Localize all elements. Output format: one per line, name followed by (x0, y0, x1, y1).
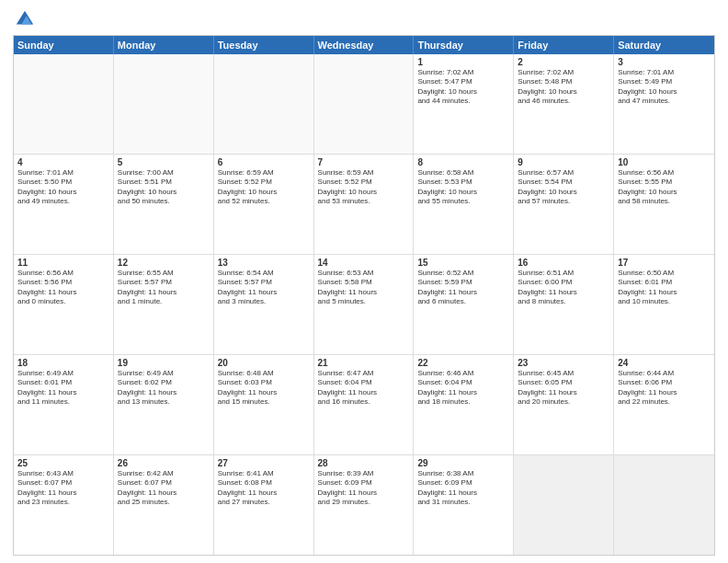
day-cell-23: 23Sunrise: 6:45 AM Sunset: 6:05 PM Dayli… (514, 355, 614, 454)
header-day-wednesday: Wednesday (314, 36, 415, 54)
day-cell-6: 6Sunrise: 6:59 AM Sunset: 5:52 PM Daylig… (214, 155, 314, 254)
calendar-week-4: 25Sunrise: 6:43 AM Sunset: 6:07 PM Dayli… (14, 455, 714, 555)
day-info: Sunrise: 6:38 AM Sunset: 6:09 PM Dayligh… (417, 469, 509, 508)
day-number: 12 (118, 258, 210, 268)
day-cell-10: 10Sunrise: 6:56 AM Sunset: 5:55 PM Dayli… (614, 155, 714, 254)
header-day-sunday: Sunday (14, 36, 114, 54)
page: SundayMondayTuesdayWednesdayThursdayFrid… (0, 0, 728, 563)
day-info: Sunrise: 6:59 AM Sunset: 5:52 PM Dayligh… (218, 168, 310, 207)
day-info: Sunrise: 6:50 AM Sunset: 6:01 PM Dayligh… (618, 269, 711, 307)
day-number: 10 (618, 157, 711, 167)
day-cell-26: 26Sunrise: 6:42 AM Sunset: 6:07 PM Dayli… (114, 455, 214, 555)
day-cell-3: 3Sunrise: 7:01 AM Sunset: 5:49 PM Daylig… (614, 54, 714, 154)
day-info: Sunrise: 6:45 AM Sunset: 6:05 PM Dayligh… (518, 369, 609, 408)
day-number: 9 (518, 157, 609, 167)
calendar-body: 1Sunrise: 7:02 AM Sunset: 5:47 PM Daylig… (14, 54, 714, 555)
day-number: 18 (17, 358, 109, 368)
day-cell-27: 27Sunrise: 6:41 AM Sunset: 6:08 PM Dayli… (214, 455, 314, 555)
logo (13, 9, 35, 29)
day-info: Sunrise: 7:01 AM Sunset: 5:49 PM Dayligh… (618, 68, 711, 107)
day-number: 8 (417, 157, 509, 167)
header-day-friday: Friday (514, 36, 614, 54)
day-info: Sunrise: 6:59 AM Sunset: 5:52 PM Dayligh… (318, 168, 410, 207)
day-number: 29 (417, 458, 509, 468)
empty-cell (614, 455, 714, 555)
day-info: Sunrise: 7:02 AM Sunset: 5:47 PM Dayligh… (417, 68, 509, 107)
day-number: 14 (318, 258, 410, 268)
day-info: Sunrise: 6:58 AM Sunset: 5:53 PM Dayligh… (417, 168, 509, 207)
empty-cell (14, 54, 114, 154)
day-info: Sunrise: 6:49 AM Sunset: 6:02 PM Dayligh… (118, 369, 210, 408)
day-info: Sunrise: 6:54 AM Sunset: 5:57 PM Dayligh… (218, 269, 310, 307)
day-number: 6 (218, 157, 310, 167)
day-cell-19: 19Sunrise: 6:49 AM Sunset: 6:02 PM Dayli… (114, 355, 214, 454)
day-number: 3 (618, 57, 711, 67)
day-cell-20: 20Sunrise: 6:48 AM Sunset: 6:03 PM Dayli… (214, 355, 314, 454)
day-info: Sunrise: 6:46 AM Sunset: 6:04 PM Dayligh… (417, 369, 509, 408)
day-cell-17: 17Sunrise: 6:50 AM Sunset: 6:01 PM Dayli… (614, 255, 714, 354)
day-cell-8: 8Sunrise: 6:58 AM Sunset: 5:53 PM Daylig… (414, 155, 514, 254)
day-number: 25 (17, 458, 109, 468)
day-number: 20 (218, 358, 310, 368)
day-cell-14: 14Sunrise: 6:53 AM Sunset: 5:58 PM Dayli… (314, 255, 415, 354)
day-info: Sunrise: 6:47 AM Sunset: 6:04 PM Dayligh… (318, 369, 410, 408)
calendar-week-0: 1Sunrise: 7:02 AM Sunset: 5:47 PM Daylig… (14, 54, 714, 155)
day-number: 24 (618, 358, 711, 368)
empty-cell (314, 54, 415, 154)
day-cell-15: 15Sunrise: 6:52 AM Sunset: 5:59 PM Dayli… (414, 255, 514, 354)
day-cell-11: 11Sunrise: 6:56 AM Sunset: 5:56 PM Dayli… (14, 255, 114, 354)
day-info: Sunrise: 7:00 AM Sunset: 5:51 PM Dayligh… (118, 168, 210, 207)
header-day-monday: Monday (114, 36, 214, 54)
day-info: Sunrise: 6:55 AM Sunset: 5:57 PM Dayligh… (118, 269, 210, 307)
day-number: 13 (218, 258, 310, 268)
day-number: 26 (118, 458, 210, 468)
day-info: Sunrise: 6:53 AM Sunset: 5:58 PM Dayligh… (318, 269, 410, 307)
header-day-saturday: Saturday (614, 36, 714, 54)
day-cell-5: 5Sunrise: 7:00 AM Sunset: 5:51 PM Daylig… (114, 155, 214, 254)
day-cell-7: 7Sunrise: 6:59 AM Sunset: 5:52 PM Daylig… (314, 155, 415, 254)
day-info: Sunrise: 6:57 AM Sunset: 5:54 PM Dayligh… (518, 168, 609, 207)
day-cell-21: 21Sunrise: 6:47 AM Sunset: 6:04 PM Dayli… (314, 355, 415, 454)
header-day-tuesday: Tuesday (214, 36, 314, 54)
day-number: 11 (17, 258, 109, 268)
day-info: Sunrise: 7:02 AM Sunset: 5:48 PM Dayligh… (518, 68, 609, 107)
day-cell-24: 24Sunrise: 6:44 AM Sunset: 6:06 PM Dayli… (614, 355, 714, 454)
day-info: Sunrise: 6:56 AM Sunset: 5:56 PM Dayligh… (17, 269, 109, 307)
day-info: Sunrise: 6:56 AM Sunset: 5:55 PM Dayligh… (618, 168, 711, 207)
day-cell-18: 18Sunrise: 6:49 AM Sunset: 6:01 PM Dayli… (14, 355, 114, 454)
day-cell-28: 28Sunrise: 6:39 AM Sunset: 6:09 PM Dayli… (314, 455, 415, 555)
day-cell-9: 9Sunrise: 6:57 AM Sunset: 5:54 PM Daylig… (514, 155, 614, 254)
header (13, 9, 715, 29)
day-number: 15 (417, 258, 509, 268)
day-number: 1 (417, 57, 509, 67)
day-info: Sunrise: 6:48 AM Sunset: 6:03 PM Dayligh… (218, 369, 310, 408)
day-number: 17 (618, 258, 711, 268)
day-info: Sunrise: 6:43 AM Sunset: 6:07 PM Dayligh… (17, 469, 109, 508)
day-info: Sunrise: 6:42 AM Sunset: 6:07 PM Dayligh… (118, 469, 210, 508)
day-number: 23 (518, 358, 609, 368)
calendar-week-3: 18Sunrise: 6:49 AM Sunset: 6:01 PM Dayli… (14, 355, 714, 455)
day-number: 28 (318, 458, 410, 468)
day-info: Sunrise: 6:51 AM Sunset: 6:00 PM Dayligh… (518, 269, 609, 307)
day-cell-12: 12Sunrise: 6:55 AM Sunset: 5:57 PM Dayli… (114, 255, 214, 354)
calendar-header: SundayMondayTuesdayWednesdayThursdayFrid… (14, 36, 714, 54)
empty-cell (114, 54, 214, 154)
day-number: 4 (17, 157, 109, 167)
day-cell-13: 13Sunrise: 6:54 AM Sunset: 5:57 PM Dayli… (214, 255, 314, 354)
day-info: Sunrise: 6:39 AM Sunset: 6:09 PM Dayligh… (318, 469, 410, 508)
day-info: Sunrise: 6:52 AM Sunset: 5:59 PM Dayligh… (417, 269, 509, 307)
day-number: 7 (318, 157, 410, 167)
day-cell-1: 1Sunrise: 7:02 AM Sunset: 5:47 PM Daylig… (414, 54, 514, 154)
header-day-thursday: Thursday (414, 36, 514, 54)
day-cell-2: 2Sunrise: 7:02 AM Sunset: 5:48 PM Daylig… (514, 54, 614, 154)
day-info: Sunrise: 6:41 AM Sunset: 6:08 PM Dayligh… (218, 469, 310, 508)
day-number: 22 (417, 358, 509, 368)
day-info: Sunrise: 6:44 AM Sunset: 6:06 PM Dayligh… (618, 369, 711, 408)
day-number: 16 (518, 258, 609, 268)
day-cell-29: 29Sunrise: 6:38 AM Sunset: 6:09 PM Dayli… (414, 455, 514, 555)
day-cell-22: 22Sunrise: 6:46 AM Sunset: 6:04 PM Dayli… (414, 355, 514, 454)
day-cell-16: 16Sunrise: 6:51 AM Sunset: 6:00 PM Dayli… (514, 255, 614, 354)
day-number: 2 (518, 57, 609, 67)
logo-icon (15, 9, 35, 29)
day-number: 19 (118, 358, 210, 368)
